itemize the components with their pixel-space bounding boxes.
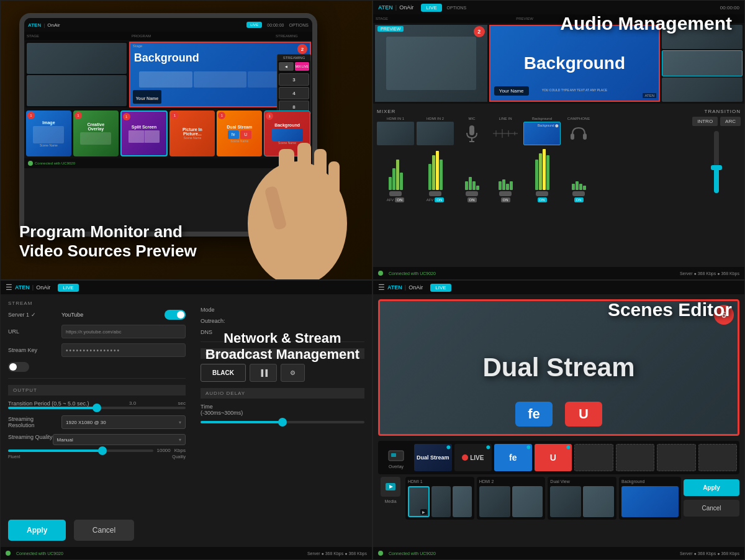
preview-overlay-icons: fe U [380,402,738,427]
ch-knob[interactable] [429,191,441,196]
aten-logo: ATEN [378,4,393,11]
hdmi1-thumb-1[interactable]: ▶ [408,486,430,517]
server-text: Server ● 368 Kbps ● 368 Kbps [680,551,739,556]
afv-on[interactable]: ON [395,197,404,202]
network-stream-title: Network & Stream Broadcast Management [205,330,359,363]
dualview-thumb-2[interactable] [583,486,614,517]
channel-camphone: CAM/PHONE [563,117,594,202]
hdmi2-thumb-2[interactable] [512,486,543,517]
live-button[interactable]: LIVE [430,284,451,292]
vu-bar [400,173,403,190]
ch-knob[interactable] [536,191,548,196]
menu-icon[interactable]: ☰ [378,283,385,292]
overlay-empty-3[interactable] [657,444,696,471]
overlay-live[interactable]: ⬤ LIVE [454,444,492,471]
extra-toggle[interactable] [8,362,29,372]
on-btn-active[interactable]: ON [574,197,584,202]
overlay-empty-4[interactable] [698,444,738,471]
transition-label: TRANSITION [705,109,741,114]
hdmi1-thumb-3[interactable] [453,486,472,517]
ns-title-line1: Network & Stream [205,330,359,346]
server1-toggle[interactable] [165,310,186,320]
live-button[interactable]: LIVE [246,22,262,28]
scene-split[interactable]: 1 Split Screen [120,111,168,156]
ch-knob[interactable] [499,191,512,196]
ch-afv: ON [501,197,510,202]
menu-icon[interactable]: ☰ [6,283,12,292]
scene-creative[interactable]: 1 CreativeOverlay [73,111,119,156]
cancel-button[interactable]: Cancel [684,500,739,517]
hdmi2-thumb-1[interactable] [479,486,510,517]
tr-preview-row: PREVIEW 2 Background Your Name ATEN YOU … [373,23,744,104]
afv-on-active[interactable]: ON [435,197,444,202]
hdmi1-thumb-2[interactable] [431,486,451,517]
vu-bar [440,160,443,190]
arc-btn[interactable]: ARC [720,117,741,126]
overlay-fe[interactable]: ⬤ fe [494,444,532,471]
scene-thumb [33,126,64,143]
vu-meter-3 [465,147,479,190]
num-btn-4[interactable]: 4 [279,87,309,99]
scene-pip[interactable]: 1 Picture InPicture... Scene Name [169,111,215,156]
delay-thumb[interactable] [278,418,287,427]
trans-slider-thumb[interactable] [711,165,722,170]
overlay-empty-2[interactable] [616,444,655,471]
streamkey-input[interactable]: •••••••••••••••• [61,343,186,357]
black-btn[interactable]: BLACK [201,364,246,382]
ch-knob[interactable] [389,191,402,196]
resolution-select[interactable]: 1920 X1080 @ 30 ▾ [61,415,186,429]
intro-btn[interactable]: INTRO [692,117,718,126]
hand-svg [235,99,359,280]
url-input[interactable]: https://r.youtube.com/abc [61,325,186,338]
prev-btn[interactable]: ◀ [279,62,294,71]
scene-badge: 1 [74,112,82,119]
stream-section-label: STREAM [8,300,186,306]
transition-thumb[interactable] [93,404,101,412]
scene-image[interactable]: 1 Image Scene Name [26,111,71,156]
ch-knob[interactable] [466,191,478,196]
program-label-header: PROGRAM [107,34,276,38]
background-thumb[interactable] [621,486,679,517]
ch-knob[interactable] [572,191,585,196]
quality-select[interactable]: Manual ▾ [53,434,186,445]
conn-dot [6,551,11,556]
connected-text: Connected with UC9020 [389,551,436,556]
options-label: OPTIONS [447,6,467,10]
delay-slider-row [201,421,364,423]
quality-label: Streaming Quality [8,434,53,445]
stage-labels-row: STAGE PROGRAM STREAMING [24,32,312,40]
overlay-u[interactable]: ⬤ U [535,444,572,471]
pause-btn[interactable]: ▐▐ [250,364,277,382]
overlay-empty-1[interactable] [574,444,613,471]
ns-title-line2: Broadcast Management [205,346,359,363]
ch-afv: AFV ON [387,197,405,202]
dualview-thumb-1[interactable] [550,486,581,517]
vu-bar [543,149,546,191]
media-icon-col: Media [378,477,403,504]
media-svg-icon [384,481,397,493]
overlay-dual-stream[interactable]: ⬤ Dual Stream [414,444,452,471]
chevron-down-icon: ▾ [179,437,181,443]
bl-content: STREAM Server 1 ✓ YouTube URL https://r.… [1,294,372,547]
bitrate-thumb[interactable] [98,446,107,455]
scene-label: Picture InPicture... [183,127,202,136]
cancel-button[interactable]: Cancel [74,520,134,541]
settings-btn[interactable]: ⚙ [281,364,305,382]
prog-stage-label: Stage [133,44,143,48]
tablet-topbar: ATEN | OnAir LIVE 00:00:00 OPTIONS [24,18,312,32]
on-btn[interactable]: ON [501,197,510,202]
apply-button[interactable]: Apply [684,479,739,496]
apply-button[interactable]: Apply [8,520,66,541]
bottom-right-panel: ☰ ATEN | OnAir LIVE Scenes Editor 6 Dual… [372,280,745,560]
on-btn-active[interactable]: ON [538,197,547,202]
on-btn[interactable]: ON [467,197,477,202]
stage-thumb-1 [27,43,127,74]
live-button[interactable]: LIVE [421,4,441,12]
aten-logo: ATEN [15,284,30,291]
mixlive-btn[interactable]: MIX LIVE [295,62,310,71]
channel-hdmi2: HDMI IN 2 AFV ON [417,117,454,202]
vu-bar [392,168,395,190]
num-btn-3[interactable]: 3 [279,73,309,86]
scenes-editor-title: Scenes Editor [608,299,732,320]
live-button[interactable]: LIVE [58,284,78,292]
